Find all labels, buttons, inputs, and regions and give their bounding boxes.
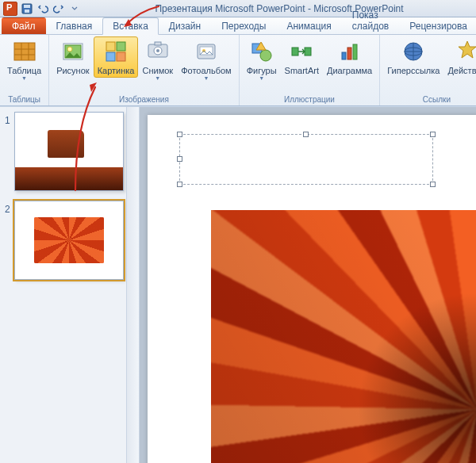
tab-file[interactable]: Файл <box>2 17 46 34</box>
action-icon <box>455 39 476 64</box>
title-bar: Презентация Microsoft PowerPoint - Micro… <box>0 0 476 17</box>
svg-point-23 <box>260 50 271 61</box>
dropdown-arrow-icon: ▼ <box>155 75 160 81</box>
thumb-preview[interactable] <box>14 112 124 191</box>
insert-table-label: Таблица <box>7 66 41 75</box>
thumb-scrollbar[interactable] <box>126 107 139 463</box>
resize-handle[interactable] <box>303 132 309 137</box>
svg-rect-28 <box>353 44 357 59</box>
resize-handle[interactable] <box>177 132 182 137</box>
ribbon: Таблица ▼ Таблицы Рисунок Картинка <box>0 35 476 106</box>
svg-rect-26 <box>342 52 346 59</box>
slide-canvas-area[interactable] <box>140 107 476 463</box>
svg-rect-14 <box>117 52 125 61</box>
quick-access-toolbar <box>19 2 83 16</box>
picture-icon <box>60 39 86 64</box>
insert-chart-label: Диаграмма <box>327 66 372 75</box>
tab-home[interactable]: Главная <box>46 17 103 34</box>
tab-insert[interactable]: Вставка <box>102 17 159 35</box>
insert-smartart-label: SmartArt <box>285 66 319 75</box>
slide-canvas[interactable] <box>148 115 476 463</box>
resize-handle[interactable] <box>177 156 182 162</box>
resize-handle[interactable] <box>177 182 182 187</box>
insert-screenshot-label: Снимок <box>142 66 173 75</box>
svg-rect-13 <box>106 52 115 61</box>
table-icon <box>12 39 37 64</box>
tab-animation[interactable]: Анимация <box>276 17 341 34</box>
ribbon-group-illustrations: Фигуры ▼ SmartArt Диаграмма Иллюстрации <box>240 35 381 105</box>
photoalbum-icon <box>194 39 219 64</box>
tab-transitions[interactable]: Переходы <box>211 17 276 34</box>
ribbon-group-images: Рисунок Картинка Снимок ▼ Фотоальбом <box>49 35 240 105</box>
dropdown-arrow-icon: ▼ <box>203 75 209 81</box>
insert-action-label: Действие <box>447 66 476 75</box>
ribbon-tabs: Файл Главная Вставка Дизайн Переходы Ани… <box>0 17 476 35</box>
resize-handle[interactable] <box>430 132 436 137</box>
insert-chart-button[interactable]: Диаграмма <box>323 36 376 78</box>
thumb-number: 2 <box>5 201 14 280</box>
app-icon <box>3 2 17 16</box>
screenshot-icon <box>145 39 171 64</box>
window-title: Презентация Microsoft PowerPoint - Micro… <box>83 3 476 14</box>
smartart-icon <box>289 39 314 64</box>
insert-clipart-button[interactable]: Картинка <box>94 36 139 78</box>
tab-design[interactable]: Дизайн <box>159 17 211 34</box>
qat-save-button[interactable] <box>20 2 34 16</box>
insert-photoalbum-button[interactable]: Фотоальбом ▼ <box>177 36 236 83</box>
svg-rect-1 <box>24 5 30 8</box>
resize-handle[interactable] <box>430 182 436 187</box>
insert-action-button[interactable]: Действие <box>443 36 476 78</box>
qat-redo-button[interactable] <box>52 2 66 16</box>
svg-rect-11 <box>106 42 115 51</box>
clipart-icon <box>103 39 129 64</box>
svg-rect-18 <box>155 42 161 45</box>
thumb-number: 1 <box>5 112 14 191</box>
insert-screenshot-button[interactable]: Снимок ▼ <box>138 36 177 83</box>
ribbon-group-images-label: Изображения <box>52 94 236 105</box>
dropdown-arrow-icon: ▼ <box>21 75 27 81</box>
insert-clipart-label: Картинка <box>98 66 135 75</box>
title-placeholder[interactable] <box>179 134 433 185</box>
thumb-slide-2[interactable]: 2 <box>5 201 125 280</box>
svg-rect-27 <box>347 48 351 59</box>
inserted-image[interactable] <box>211 210 476 463</box>
svg-rect-24 <box>292 48 298 55</box>
insert-picture-label: Рисунок <box>56 66 90 75</box>
ribbon-group-tables: Таблица ▼ Таблицы <box>0 35 49 105</box>
svg-rect-2 <box>25 10 29 13</box>
svg-point-10 <box>67 47 72 52</box>
insert-shapes-label: Фигуры <box>247 66 277 75</box>
insert-picture-button[interactable]: Рисунок <box>52 36 94 78</box>
tab-slideshow[interactable]: Показ слайдов <box>342 6 399 34</box>
insert-smartart-button[interactable]: SmartArt <box>281 36 323 78</box>
qat-customize-button[interactable] <box>67 2 82 16</box>
ribbon-group-links-label: Ссылки <box>383 94 476 105</box>
insert-hyperlink-button[interactable]: Гиперссылка <box>383 36 443 78</box>
hyperlink-icon <box>401 39 426 64</box>
svg-rect-3 <box>14 43 35 60</box>
workspace: 1 2 <box>0 106 476 463</box>
insert-hyperlink-label: Гиперссылка <box>387 66 440 75</box>
insert-table-button[interactable]: Таблица ▼ <box>3 36 45 83</box>
svg-rect-12 <box>117 42 125 51</box>
ribbon-group-links: Гиперссылка Действие Ссылки <box>380 35 476 105</box>
shapes-icon <box>249 39 274 64</box>
ribbon-group-tables-label: Таблицы <box>3 94 45 105</box>
svg-rect-25 <box>305 48 311 55</box>
thumb-slide-1[interactable]: 1 <box>5 112 125 191</box>
slide-thumbnail-panel: 1 2 <box>0 107 140 463</box>
ribbon-group-illustrations-label: Иллюстрации <box>243 94 377 105</box>
qat-undo-button[interactable] <box>36 2 50 16</box>
tab-review[interactable]: Рецензирова <box>399 17 476 34</box>
thumb-preview[interactable] <box>14 201 124 280</box>
chart-icon <box>337 39 363 64</box>
insert-shapes-button[interactable]: Фигуры ▼ <box>243 36 281 83</box>
svg-point-17 <box>156 49 159 52</box>
dropdown-arrow-icon: ▼ <box>259 75 264 81</box>
insert-photoalbum-label: Фотоальбом <box>181 66 232 75</box>
